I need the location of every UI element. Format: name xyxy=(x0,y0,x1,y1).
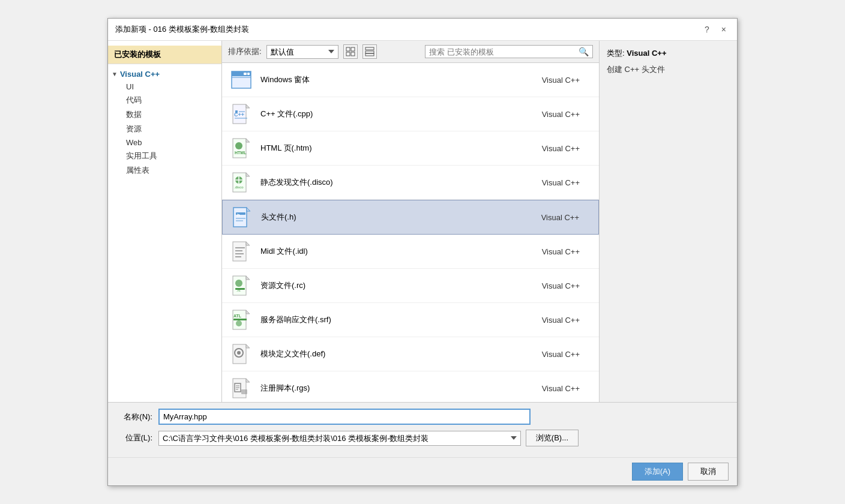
svg-rect-10 xyxy=(247,73,250,75)
list-item[interactable]: 模块定义文件(.def) Visual C++ xyxy=(222,337,599,371)
dialog-body: 已安装的模板 ▼ Visual C++ UI 代码 数据 资源 xyxy=(108,41,737,402)
sort-select[interactable]: 默认值 名称 类型 xyxy=(266,45,338,59)
location-row: 位置(L): C:\C语言学习文件夹\016 类模板案例-数组类封装\016 类… xyxy=(116,430,729,446)
list-item[interactable]: Windows 窗体 Visual C++ xyxy=(222,63,599,97)
type-value: Visual C++ xyxy=(627,49,666,58)
list-item[interactable]: 注册脚本(.rgs) Visual C++ xyxy=(222,371,599,402)
rc-file-icon: .rc xyxy=(230,275,252,296)
sidebar-item-label: Web xyxy=(126,138,142,147)
svg-rect-35 xyxy=(233,242,246,261)
template-name: Midl 文件(.idl) xyxy=(260,246,525,257)
template-name: Windows 窗体 xyxy=(260,74,525,85)
location-select-container: C:\C语言学习文件夹\016 类模板案例-数组类封装\016 类模板案例-数组… xyxy=(158,430,579,446)
sidebar-item-utility[interactable]: 实用工具 xyxy=(108,149,221,163)
name-input[interactable] xyxy=(158,409,531,425)
list-item[interactable]: .disco 静态发现文件(.disco) Visual C++ xyxy=(222,166,599,200)
template-icon-rgs xyxy=(229,376,253,400)
sidebar-item-data[interactable]: 数据 xyxy=(108,107,221,122)
svg-marker-20 xyxy=(246,139,250,142)
svg-text:ATL: ATL xyxy=(233,314,242,318)
sidebar-item-label: 数据 xyxy=(126,109,142,120)
sidebar-item-label: 实用工具 xyxy=(126,151,157,161)
list-item[interactable]: C++ C++ 文件(.cpp) Visual C++ xyxy=(222,97,599,131)
sidebar-item-visual-cpp[interactable]: ▼ Visual C++ xyxy=(108,68,221,80)
title-bar: 添加新项 - 016 类模板案例-数组类封装 ? × xyxy=(108,19,737,41)
sidebar-item-label: 属性表 xyxy=(126,165,149,176)
sidebar-item-label: UI xyxy=(126,82,134,91)
search-button[interactable]: 🔍 xyxy=(579,47,589,56)
expand-icon: ▼ xyxy=(112,71,118,77)
template-list: Windows 窗体 Visual C++ C++ xyxy=(222,63,599,402)
list-item[interactable]: h 头文件(.h) Visual C++ xyxy=(222,200,599,235)
close-button[interactable]: × xyxy=(718,23,730,35)
view-small-icon-button[interactable] xyxy=(343,44,358,59)
template-icon-cpp: C++ xyxy=(229,102,253,126)
sidebar-item-web[interactable]: Web xyxy=(108,136,221,149)
view-large-icon-button[interactable] xyxy=(362,44,377,59)
sidebar-item-property[interactable]: 属性表 xyxy=(108,163,221,178)
name-label: 名称(N): xyxy=(116,412,152,422)
sidebar-item-label: Visual C++ xyxy=(120,70,160,79)
template-icon-disco: .disco xyxy=(229,170,253,194)
list-item[interactable]: HTML HTML 页(.htm) Visual C++ xyxy=(222,131,599,166)
svg-text:h: h xyxy=(237,212,240,218)
template-icon-rc: .rc xyxy=(229,274,253,298)
add-button[interactable]: 添加(A) xyxy=(632,463,683,481)
template-name: HTML 页(.htm) xyxy=(260,143,525,154)
action-bar: 添加(A) 取消 xyxy=(108,457,737,485)
list-item[interactable]: Midl 文件(.idl) Visual C++ xyxy=(222,235,599,269)
sidebar: 已安装的模板 ▼ Visual C++ UI 代码 数据 资源 xyxy=(108,41,222,402)
list-item[interactable]: ATL 服务器响应文件(.srf) Visual C++ xyxy=(222,303,599,337)
template-category: Visual C++ xyxy=(532,281,592,290)
bottom-form: 名称(N): 位置(L): C:\C语言学习文件夹\016 类模板案例-数组类封… xyxy=(108,402,737,457)
svg-rect-17 xyxy=(235,110,238,113)
svg-rect-61 xyxy=(241,389,247,394)
info-type: 类型: Visual C++ xyxy=(607,48,730,59)
cpp-file-icon: C++ xyxy=(230,103,252,125)
sidebar-item-ui[interactable]: UI xyxy=(108,80,221,93)
srf-file-icon: ATL xyxy=(230,309,252,331)
svg-marker-56 xyxy=(246,379,250,382)
sidebar-item-resource[interactable]: 资源 xyxy=(108,122,221,136)
location-select[interactable]: C:\C语言学习文件夹\016 类模板案例-数组类封装\016 类模板案例-数组… xyxy=(158,431,521,446)
browse-button[interactable]: 浏览(B)... xyxy=(526,430,579,446)
sidebar-item-code[interactable]: 代码 xyxy=(108,93,221,107)
template-name: 静态发现文件(.disco) xyxy=(260,177,525,188)
template-icon-srf: ATL xyxy=(229,308,253,332)
template-category: Visual C++ xyxy=(532,384,592,393)
svg-text:HTML: HTML xyxy=(235,151,247,155)
disco-file-icon: .disco xyxy=(230,172,252,193)
main-content-area: 排序依据: 默认值 名称 类型 xyxy=(222,41,599,402)
template-icon-html: HTML xyxy=(229,136,253,160)
svg-rect-5 xyxy=(365,51,374,53)
help-button[interactable]: ? xyxy=(701,23,713,35)
template-name: 模块定义文件(.def) xyxy=(260,349,525,359)
list-item[interactable]: .rc 资源文件(.rc) Visual C++ xyxy=(222,269,599,303)
template-name: 头文件(.h) xyxy=(261,212,524,223)
svg-rect-1 xyxy=(351,47,355,51)
svg-marker-47 xyxy=(246,310,250,314)
svg-text:.disco: .disco xyxy=(234,185,244,189)
sidebar-item-label: 代码 xyxy=(126,95,142,106)
svg-point-43 xyxy=(235,280,242,287)
toolbar: 排序依据: 默认值 名称 类型 xyxy=(222,41,599,63)
header-file-icon: h xyxy=(231,206,253,228)
svg-text:.rc: .rc xyxy=(236,289,241,292)
def-file-icon xyxy=(230,343,252,365)
template-category: Visual C++ xyxy=(532,178,592,187)
sidebar-tree: ▼ Visual C++ UI 代码 数据 资源 Web xyxy=(108,64,221,181)
svg-rect-4 xyxy=(365,47,374,50)
cancel-button[interactable]: 取消 xyxy=(688,463,729,481)
sidebar-header: 已安装的模板 xyxy=(108,46,221,64)
template-name: 资源文件(.rc) xyxy=(260,280,525,291)
template-icon-header: h xyxy=(230,205,254,229)
search-input[interactable] xyxy=(429,47,579,56)
template-category: Visual C++ xyxy=(531,213,591,222)
svg-rect-0 xyxy=(346,47,350,51)
template-category: Visual C++ xyxy=(532,144,592,153)
svg-marker-24 xyxy=(246,173,250,176)
svg-point-21 xyxy=(235,142,242,149)
info-panel: 类型: Visual C++ 创建 C++ 头文件 xyxy=(599,41,737,402)
template-category: Visual C++ xyxy=(532,316,592,325)
svg-rect-6 xyxy=(365,53,374,56)
